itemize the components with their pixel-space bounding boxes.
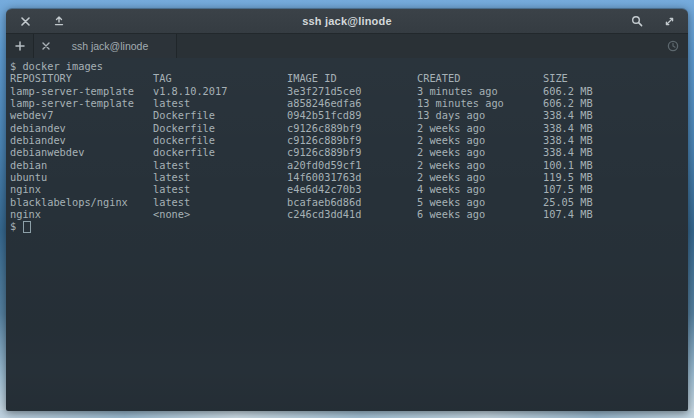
table-cell: a20fd0d59cf1 bbox=[287, 159, 361, 171]
table-cell: e4e6d42c70b3 bbox=[287, 183, 361, 195]
table-cell: 338.4 MB bbox=[543, 109, 593, 121]
table-cell: 107.4 MB bbox=[543, 208, 593, 220]
table-cell: bcafaeb6d86d bbox=[287, 196, 361, 208]
table-header-row: REPOSITORYTAGIMAGE IDCREATEDSIZE bbox=[10, 72, 688, 84]
table-cell: c9126c889bf9 bbox=[287, 146, 361, 158]
table-cell: 4 weeks ago bbox=[417, 183, 485, 195]
table-cell: 25.05 MB bbox=[543, 196, 593, 208]
table-row: nginx<none>c246cd3dd41d6 weeks ago107.4 … bbox=[10, 208, 688, 220]
table-cell: latest bbox=[153, 183, 190, 195]
table-cell: c9126c889bf9 bbox=[287, 122, 361, 134]
table-row: debianwebdevdockerfilec9126c889bf92 week… bbox=[10, 146, 688, 158]
table-cell: c9126c889bf9 bbox=[287, 134, 361, 146]
table-cell: 13 minutes ago bbox=[417, 97, 504, 109]
table-cell: lamp-server-template bbox=[10, 97, 134, 109]
table-cell: nginx bbox=[10, 183, 41, 195]
tab-ssh-jack-linode[interactable]: ssh jack@linode bbox=[34, 34, 177, 58]
table-cell: 3 minutes ago bbox=[417, 85, 498, 97]
table-cell: REPOSITORY bbox=[10, 72, 72, 84]
table-row: ubuntulatest14f60031763d2 weeks ago119.5… bbox=[10, 171, 688, 183]
new-tab-button[interactable] bbox=[6, 34, 34, 58]
docker-images-table: REPOSITORYTAGIMAGE IDCREATEDSIZElamp-ser… bbox=[10, 72, 688, 220]
table-cell: latest bbox=[153, 159, 190, 171]
maximize-button[interactable] bbox=[48, 9, 70, 33]
table-row: blacklabelops/nginxlatestbcafaeb6d86d5 w… bbox=[10, 196, 688, 208]
table-cell: v1.8.10.2017 bbox=[153, 85, 227, 97]
table-cell: 2 weeks ago bbox=[417, 159, 485, 171]
table-cell: blacklabelops/nginx bbox=[10, 196, 128, 208]
table-cell: lamp-server-template bbox=[10, 85, 134, 97]
desktop: { "window": { "title": "ssh jack@linode"… bbox=[0, 0, 694, 418]
table-cell: a858246edfa6 bbox=[287, 97, 361, 109]
table-cell: IMAGE ID bbox=[287, 72, 337, 84]
table-cell: 100.1 MB bbox=[543, 159, 593, 171]
fullscreen-icon bbox=[664, 16, 675, 27]
table-cell: c246cd3dd41d bbox=[287, 208, 361, 220]
table-row: debiandevDockerfilec9126c889bf92 weeks a… bbox=[10, 122, 688, 134]
table-cell: 14f60031763d bbox=[287, 171, 361, 183]
table-cell: 606.2 MB bbox=[543, 97, 593, 109]
table-cell: TAG bbox=[153, 72, 172, 84]
table-cell: latest bbox=[153, 97, 190, 109]
titlebar[interactable]: ssh jack@linode bbox=[6, 9, 688, 33]
maximize-icon bbox=[54, 16, 64, 26]
fullscreen-button[interactable] bbox=[658, 9, 680, 33]
table-cell: debiandev bbox=[10, 134, 66, 146]
table-cell: 606.2 MB bbox=[543, 85, 593, 97]
table-cell: 0942b51fcd89 bbox=[287, 109, 361, 121]
table-cell: debian bbox=[10, 159, 47, 171]
terminal-body[interactable]: $ docker images REPOSITORYTAGIMAGE IDCRE… bbox=[6, 58, 688, 411]
history-icon bbox=[667, 40, 679, 52]
table-cell: 2 weeks ago bbox=[417, 146, 485, 158]
table-cell: 2 weeks ago bbox=[417, 171, 485, 183]
prompt-symbol: $ bbox=[10, 220, 16, 232]
table-cell: debianwebdev bbox=[10, 146, 84, 158]
window-title: ssh jack@linode bbox=[6, 15, 688, 27]
table-cell: 338.4 MB bbox=[543, 134, 593, 146]
tab-close-button[interactable] bbox=[34, 42, 58, 50]
table-cell: 338.4 MB bbox=[543, 146, 593, 158]
table-row: webdev7Dockerfile0942b51fcd8913 days ago… bbox=[10, 109, 688, 121]
table-row: debianlatesta20fd0d59cf12 weeks ago100.1… bbox=[10, 159, 688, 171]
terminal-cursor bbox=[23, 221, 31, 233]
command-line: $ docker images bbox=[10, 60, 688, 72]
table-row: lamp-server-templatelatesta858246edfa613… bbox=[10, 97, 688, 109]
wallpaper-bottom-strip bbox=[0, 410, 694, 418]
table-row: debiandevdockerfilec9126c889bf92 weeks a… bbox=[10, 134, 688, 146]
table-cell: Dockerfile bbox=[153, 109, 215, 121]
table-cell: dockerfile bbox=[153, 134, 215, 146]
table-cell: Dockerfile bbox=[153, 122, 215, 134]
tab-close-icon bbox=[42, 42, 50, 50]
tabbar: ssh jack@linode bbox=[6, 33, 688, 58]
table-cell: latest bbox=[153, 171, 190, 183]
table-cell: 338.4 MB bbox=[543, 122, 593, 134]
table-cell: 2 weeks ago bbox=[417, 134, 485, 146]
table-cell: 107.5 MB bbox=[543, 183, 593, 195]
table-cell: latest bbox=[153, 196, 190, 208]
table-cell: 2 weeks ago bbox=[417, 122, 485, 134]
close-icon bbox=[21, 17, 30, 26]
search-button[interactable] bbox=[626, 9, 648, 33]
table-cell: ubuntu bbox=[10, 171, 47, 183]
new-tab-icon bbox=[15, 41, 25, 51]
table-cell: webdev7 bbox=[10, 109, 53, 121]
close-button[interactable] bbox=[14, 9, 36, 33]
table-cell: 5 weeks ago bbox=[417, 196, 485, 208]
table-cell: <none> bbox=[153, 208, 190, 220]
table-row: lamp-server-templatev1.8.10.20173e3f271d… bbox=[10, 85, 688, 97]
prompt-line: $ bbox=[10, 220, 688, 232]
tab-title: ssh jack@linode bbox=[58, 40, 176, 52]
table-cell: dockerfile bbox=[153, 146, 215, 158]
table-cell: SIZE bbox=[543, 72, 568, 84]
table-row: nginxlateste4e6d42c70b34 weeks ago107.5 … bbox=[10, 183, 688, 195]
table-cell: debiandev bbox=[10, 122, 66, 134]
search-icon bbox=[631, 15, 643, 27]
table-cell: CREATED bbox=[417, 72, 460, 84]
table-cell: 6 weeks ago bbox=[417, 208, 485, 220]
table-cell: nginx bbox=[10, 208, 41, 220]
table-cell: 3e3f271d5ce0 bbox=[287, 85, 361, 97]
table-cell: 119.5 MB bbox=[543, 171, 593, 183]
history-button[interactable] bbox=[658, 34, 688, 58]
terminal-window: ssh jack@linode bbox=[6, 8, 688, 411]
table-cell: 13 days ago bbox=[417, 109, 485, 121]
